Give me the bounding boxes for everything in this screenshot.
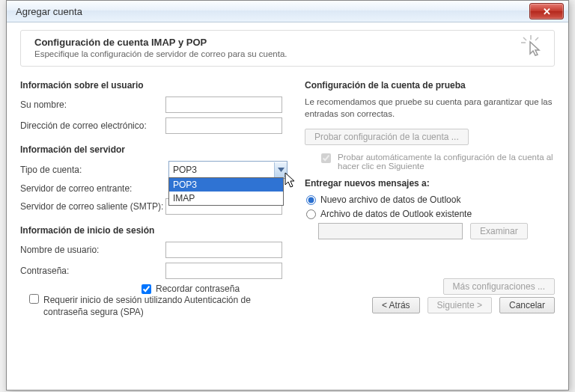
wizard-subtitle: Especifique la configuración de servidor… xyxy=(34,49,541,58)
remember-password-checkbox[interactable] xyxy=(142,284,151,294)
wizard-header: Configuración de cuenta IMAP y POP Espec… xyxy=(20,30,555,67)
data-file-path-input xyxy=(318,223,463,239)
account-type-option-pop3[interactable]: POP3 xyxy=(169,178,283,192)
account-type-option-imap[interactable]: IMAP xyxy=(169,192,283,205)
auto-test-checkbox xyxy=(321,153,331,163)
cursor-illustration-icon xyxy=(521,35,544,60)
name-label: Su nombre: xyxy=(20,99,165,110)
account-type-label: Tipo de cuenta: xyxy=(20,165,168,175)
password-label: Contraseña: xyxy=(20,266,165,276)
remember-password-label: Recordar contraseña xyxy=(156,284,240,294)
window-title: Agregar cuenta xyxy=(16,6,82,17)
incoming-label: Servidor de correo entrante: xyxy=(20,183,168,194)
cancel-button[interactable]: Cancelar xyxy=(499,297,555,313)
left-column: Información sobre el usuario Su nombre: … xyxy=(20,80,282,324)
svg-line-3 xyxy=(535,37,538,40)
right-column: Configuración de la cuenta de prueba Le … xyxy=(305,80,555,324)
mouse-cursor-icon xyxy=(285,172,296,191)
wizard-title: Configuración de cuenta IMAP y POP xyxy=(34,37,541,48)
email-label: Dirección de correo electrónico: xyxy=(20,120,165,131)
add-account-dialog: Agregar cuenta ✕ Configuración de cuenta… xyxy=(6,0,569,391)
wizard-footer: < Atrás Siguiente > Cancelar xyxy=(372,297,555,313)
username-label: Nombre de usuario: xyxy=(20,245,165,255)
section-deliver: Entregar nuevos mensajes a: xyxy=(305,178,555,189)
section-login-info: Información de inicio de sesión xyxy=(20,225,282,236)
deliver-new-label: Nuevo archivo de datos de Outlook xyxy=(320,195,460,205)
spa-checkbox[interactable] xyxy=(29,294,39,304)
account-type-combobox[interactable]: POP3 xyxy=(168,161,288,179)
password-input[interactable] xyxy=(165,263,282,279)
deliver-new-radio[interactable] xyxy=(306,195,316,205)
account-type-dropdown: POP3 IMAP xyxy=(168,177,284,206)
back-button[interactable]: < Atrás xyxy=(372,297,420,313)
section-server-info: Información del servidor xyxy=(20,144,282,155)
next-button[interactable]: Siguiente > xyxy=(428,297,492,313)
svg-line-2 xyxy=(523,37,526,40)
browse-button[interactable]: Examinar xyxy=(470,223,528,239)
deliver-existing-label: Archivo de datos de Outlook existente xyxy=(320,209,472,219)
close-button[interactable]: ✕ xyxy=(529,3,564,19)
section-user-info: Información sobre el usuario xyxy=(20,80,282,91)
titlebar[interactable]: Agregar cuenta ✕ xyxy=(7,1,568,22)
name-input[interactable] xyxy=(165,97,282,113)
spa-label: Requerir inicio de sesión utilizando Aut… xyxy=(43,294,282,318)
email-input[interactable] xyxy=(165,117,282,134)
deliver-existing-radio[interactable] xyxy=(306,209,316,219)
auto-test-label: Probar automáticamente la configuración … xyxy=(338,153,555,171)
username-input[interactable] xyxy=(165,242,282,258)
close-icon: ✕ xyxy=(543,6,551,17)
test-description: Le recomendamos que pruebe su cuenta par… xyxy=(305,97,555,120)
account-type-selected: POP3 xyxy=(173,165,197,175)
section-test: Configuración de la cuenta de prueba xyxy=(305,80,555,91)
test-account-button[interactable]: Probar configuración de la cuenta ... xyxy=(305,129,469,145)
outgoing-label: Servidor de correo saliente (SMTP): xyxy=(20,201,165,212)
more-settings-button[interactable]: Más configuraciones ... xyxy=(443,278,555,295)
